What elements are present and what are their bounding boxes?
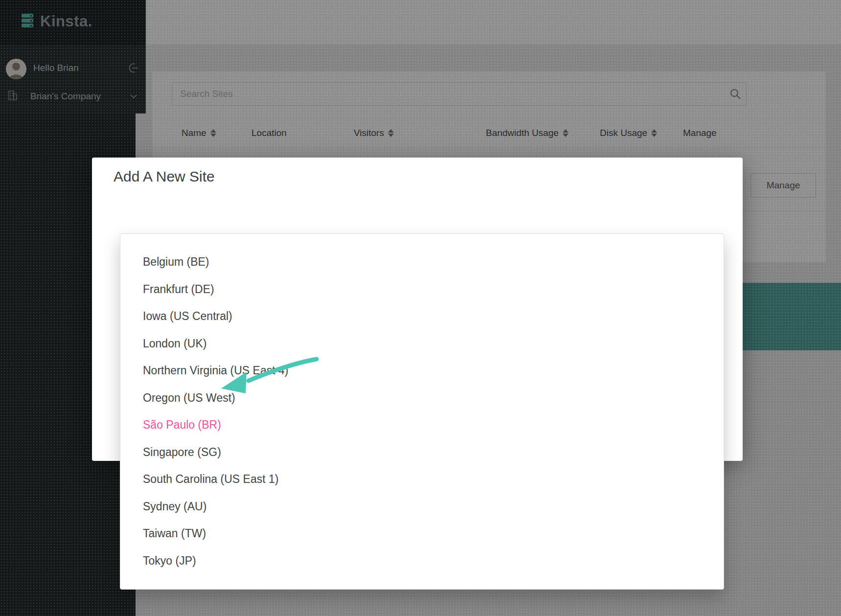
location-option[interactable]: Sydney (AU) [120,493,724,521]
location-option[interactable]: Frankfurt (DE) [120,276,724,303]
location-option[interactable]: Northern Virginia (US East 4) [120,357,724,385]
location-option[interactable]: South Carolina (US East 1) [120,466,724,493]
modal-title: Add A New Site [114,168,215,185]
location-option-sao-paulo[interactable]: São Paulo (BR) [120,411,724,439]
location-option[interactable]: Tokyo (JP) [120,548,724,575]
location-option[interactable]: Singapore (SG) [120,439,724,466]
location-option[interactable]: Iowa (US Central) [120,303,724,330]
location-dropdown: Belgium (BE) Frankfurt (DE) Iowa (US Cen… [120,233,724,590]
location-list: Belgium (BE) Frankfurt (DE) Iowa (US Cen… [120,234,724,574]
location-option[interactable]: Belgium (BE) [120,249,724,276]
kinsta-dashboard-screen: Sites 10 / 30 Add Site Name Location Vis… [0,0,841,616]
location-option[interactable]: Oregon (US West) [120,385,724,412]
location-option[interactable]: London (UK) [120,330,724,358]
location-option[interactable]: Taiwan (TW) [120,520,724,548]
